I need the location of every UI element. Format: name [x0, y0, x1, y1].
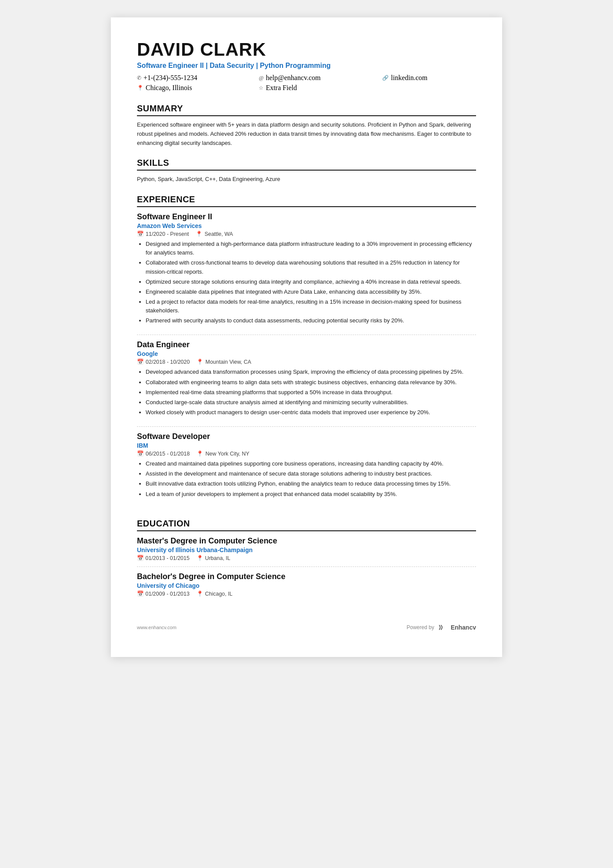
job-bullets-1: Designed and implemented a high-performa… — [146, 240, 476, 325]
job-title-3: Software Developer — [137, 432, 476, 441]
job-location-3: 📍 New York City, NY — [197, 450, 249, 457]
pin-icon-1: 📍 — [196, 231, 203, 237]
job-location-2: 📍 Mountain View, CA — [197, 359, 251, 365]
phone-text: +1-(234)-555-1234 — [143, 74, 197, 82]
job-bullets-3: Created and maintained data pipelines su… — [146, 459, 476, 499]
bullet-1-1: Designed and implemented a high-performa… — [146, 240, 476, 257]
footer-brand: Powered by Enhancv — [406, 624, 476, 631]
enhancv-logo-icon — [437, 624, 449, 631]
summary-title: SUMMARY — [137, 104, 476, 116]
company-name-1: Amazon Web Services — [137, 222, 476, 229]
enhancv-logo: Enhancv — [437, 624, 476, 631]
bullet-1-4: Engineered scalable data pipelines that … — [146, 288, 476, 296]
email-text: help@enhancv.com — [266, 74, 320, 82]
pin-icon-3: 📍 — [197, 450, 203, 457]
pin-icon-2: 📍 — [197, 359, 203, 365]
job-title-2: Data Engineer — [137, 340, 476, 349]
candidate-title: Software Engineer II | Data Security | P… — [137, 62, 476, 70]
edu-meta-2: 📅 01/2009 - 01/2013 📍 Chicago, IL — [137, 590, 476, 597]
location-contact: 📍 Chicago, Illinois — [137, 84, 246, 92]
job-location-1: 📍 Seattle, WA — [196, 231, 233, 237]
star-icon: ☆ — [259, 85, 263, 91]
phone-contact: ✆ +1-(234)-555-1234 — [137, 74, 246, 82]
bullet-2-4: Conducted large-scale data structure ana… — [146, 398, 476, 407]
edu-calendar-icon-1: 📅 — [137, 555, 144, 561]
edu-calendar-icon-2: 📅 — [137, 591, 144, 597]
bullet-1-6: Partnered with security analysts to cond… — [146, 316, 476, 325]
calendar-icon-3: 📅 — [137, 450, 144, 457]
skills-title: SKILLS — [137, 158, 476, 171]
bullet-3-2: Assisted in the development and maintena… — [146, 469, 476, 478]
bullet-2-3: Implemented real-time data streaming pla… — [146, 388, 476, 397]
powered-by-text: Powered by — [406, 624, 434, 630]
extra-contact: ☆ Extra Field — [259, 84, 369, 92]
enhancv-brand-name: Enhancv — [451, 624, 476, 631]
job-block-2: Data Engineer Google 📅 02/2018 - 10/2020… — [137, 340, 476, 427]
bullet-3-1: Created and maintained data pipelines su… — [146, 459, 476, 468]
edu-meta-1: 📅 01/2013 - 01/2015 📍 Urbana, IL — [137, 555, 476, 561]
job-bullets-2: Developed advanced data transformation p… — [146, 368, 476, 417]
job-title-1: Software Engineer II — [137, 212, 476, 221]
edu-pin-icon-1: 📍 — [197, 555, 203, 561]
linkedin-contact: 🔗 linkedin.com — [382, 74, 476, 82]
resume-page: DAVID CLARK Software Engineer II | Data … — [111, 17, 502, 657]
calendar-icon-1: 📅 — [137, 231, 144, 237]
footer-website: www.enhancv.com — [137, 625, 177, 630]
degree-title-1: Master's Degree in Computer Science — [137, 536, 476, 546]
job-meta-1: 📅 11/2020 - Present 📍 Seattle, WA — [137, 231, 476, 237]
job-block-3: Software Developer IBM 📅 06/2015 - 01/20… — [137, 432, 476, 508]
edu-location-1: 📍 Urbana, IL — [197, 555, 230, 561]
job-meta-3: 📅 06/2015 - 01/2018 📍 New York City, NY — [137, 450, 476, 457]
email-icon: @ — [259, 75, 263, 81]
bullet-1-2: Collaborated with cross-functional teams… — [146, 258, 476, 276]
bullet-1-3: Optimized secure storage solutions ensur… — [146, 278, 476, 286]
location-text: Chicago, Illinois — [146, 84, 192, 92]
edu-location-2: 📍 Chicago, IL — [197, 590, 233, 597]
summary-text: Experienced software engineer with 5+ ye… — [137, 121, 476, 147]
company-name-3: IBM — [137, 442, 476, 449]
bullet-2-2: Collaborated with engineering teams to a… — [146, 378, 476, 387]
edu-dates-1: 📅 01/2013 - 01/2015 — [137, 555, 190, 561]
edu-block-2: Bachelor's Degree in Computer Science Un… — [137, 572, 476, 602]
edu-dates-2: 📅 01/2009 - 01/2013 — [137, 590, 190, 597]
location-icon: 📍 — [137, 85, 143, 91]
job-meta-2: 📅 02/2018 - 10/2020 📍 Mountain View, CA — [137, 359, 476, 365]
institution-1: University of Illinois Urbana-Champaign — [137, 546, 476, 553]
linkedin-icon: 🔗 — [382, 75, 389, 81]
edu-pin-icon-2: 📍 — [197, 591, 203, 597]
bullet-2-1: Developed advanced data transformation p… — [146, 368, 476, 376]
skills-section: SKILLS Python, Spark, JavaScript, C++, D… — [137, 158, 476, 184]
extra-text: Extra Field — [266, 84, 297, 92]
job-dates-3: 📅 06/2015 - 01/2018 — [137, 450, 190, 457]
bullet-3-4: Led a team of junior developers to imple… — [146, 490, 476, 499]
company-name-2: Google — [137, 350, 476, 357]
edu-block-1: Master's Degree in Computer Science Univ… — [137, 536, 476, 567]
linkedin-text: linkedin.com — [391, 74, 427, 82]
header: DAVID CLARK Software Engineer II | Data … — [137, 39, 476, 93]
bullet-3-3: Built innovative data extraction tools u… — [146, 479, 476, 488]
skills-text: Python, Spark, JavaScript, C++, Data Eng… — [137, 175, 476, 184]
education-section: EDUCATION Master's Degree in Computer Sc… — [137, 519, 476, 602]
email-contact: @ help@enhancv.com — [259, 74, 369, 82]
calendar-icon-2: 📅 — [137, 359, 144, 365]
institution-2: University of Chicago — [137, 582, 476, 589]
degree-title-2: Bachelor's Degree in Computer Science — [137, 572, 476, 581]
experience-section: EXPERIENCE Software Engineer II Amazon W… — [137, 194, 476, 508]
job-block-1: Software Engineer II Amazon Web Services… — [137, 212, 476, 335]
experience-title: EXPERIENCE — [137, 194, 476, 207]
education-title: EDUCATION — [137, 519, 476, 531]
job-dates-2: 📅 02/2018 - 10/2020 — [137, 359, 190, 365]
job-dates-1: 📅 11/2020 - Present — [137, 231, 189, 237]
footer: www.enhancv.com Powered by Enhancv — [137, 620, 476, 631]
contact-info: ✆ +1-(234)-555-1234 @ help@enhancv.com 🔗… — [137, 74, 476, 93]
summary-section: SUMMARY Experienced software engineer wi… — [137, 104, 476, 147]
candidate-name: DAVID CLARK — [137, 39, 476, 60]
phone-icon: ✆ — [137, 75, 141, 81]
bullet-2-5: Worked closely with product managers to … — [146, 408, 476, 417]
bullet-1-5: Led a project to refactor data models fo… — [146, 298, 476, 315]
